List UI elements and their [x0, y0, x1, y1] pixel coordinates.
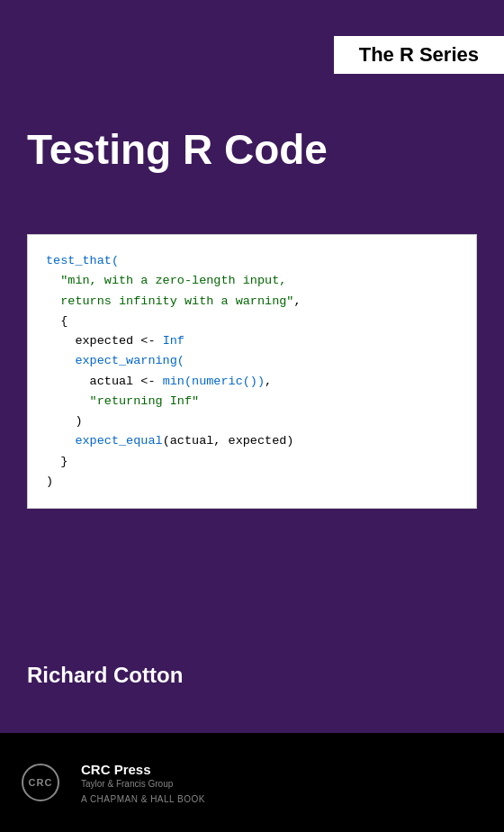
code-line-10: expect_equal(actual, expected)	[46, 431, 458, 451]
crc-circle-icon: CRC	[22, 764, 59, 801]
code-line-1: test_that(	[46, 251, 458, 271]
publisher-subtitle: Taylor & Francis Group	[81, 778, 205, 791]
series-title: The R Series	[359, 43, 479, 67]
code-line-9: )	[46, 411, 458, 431]
bottom-bar: CRC CRC Press Taylor & Francis Group A C…	[0, 733, 504, 832]
code-line-3: returns infinity with a warning",	[46, 292, 458, 312]
code-line-2: "min, with a zero-length input,	[46, 271, 458, 291]
code-line-11: }	[46, 452, 458, 472]
publisher-name: CRC Press	[81, 762, 205, 778]
code-line-4: {	[46, 312, 458, 331]
imprint-text: A CHAPMAN & HALL BOOK	[81, 794, 205, 804]
author-name: Richard Cotton	[27, 663, 183, 688]
code-line-7: actual <- min(numeric()),	[46, 372, 458, 392]
publisher-info: CRC Press Taylor & Francis Group A CHAPM…	[81, 762, 205, 804]
code-line-12: )	[46, 472, 458, 492]
code-block: test_that( "min, with a zero-length inpu…	[27, 234, 477, 509]
book-title: Testing R Code	[27, 126, 328, 174]
code-line-5: expected <- Inf	[46, 331, 458, 351]
crc-logo: CRC	[22, 764, 68, 801]
crc-circle-text: CRC	[29, 777, 53, 788]
code-line-6: expect_warning(	[46, 351, 458, 371]
code-line-8: "returning Inf"	[46, 392, 458, 411]
series-banner: The R Series	[334, 36, 504, 74]
book-cover: The R Series Testing R Code test_that( "…	[0, 0, 504, 832]
